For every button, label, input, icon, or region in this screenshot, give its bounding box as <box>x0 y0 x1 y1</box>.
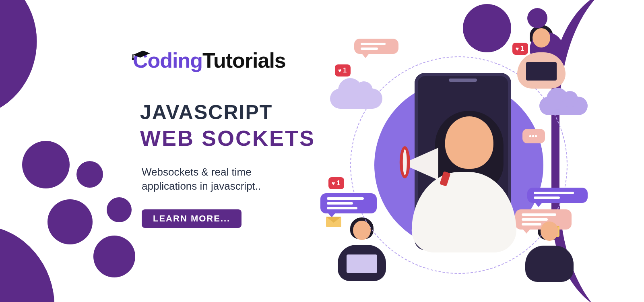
decor-dot <box>107 197 132 222</box>
person-laptop-icon <box>511 24 572 89</box>
like-badge-icon: 1 <box>328 177 344 189</box>
chat-bubble-icon <box>527 188 588 203</box>
learn-more-button[interactable]: LEARN MORE... <box>142 209 242 228</box>
graduation-cap-icon <box>130 41 152 52</box>
cloud-icon <box>330 89 382 109</box>
svg-marker-0 <box>133 51 150 58</box>
megaphone-icon <box>402 144 446 180</box>
decor-dot <box>47 199 93 244</box>
decor-dot <box>93 236 135 277</box>
ellipsis-icon: ••• <box>529 133 539 139</box>
person-laptop-icon <box>332 217 392 281</box>
like-count: 1 <box>343 67 347 74</box>
person-megaphone-icon <box>400 108 528 252</box>
cloud-icon <box>539 97 588 115</box>
decor-dot <box>76 161 103 188</box>
logo-text-part2: Tutorials <box>202 48 286 72</box>
chat-bubble-icon <box>320 193 377 213</box>
corner-blob-top-left <box>0 0 48 127</box>
heading-line1: JAVASCRIPT <box>140 101 326 124</box>
svg-point-2 <box>132 58 134 60</box>
chat-bubble-icon <box>354 39 398 54</box>
like-count: 1 <box>336 180 340 187</box>
brand-logo: CodingTutorials <box>133 48 326 72</box>
decor-dot <box>22 141 70 188</box>
decor-dot <box>463 4 511 52</box>
hero-illustration: 1 1 1 1 ••• <box>342 48 576 274</box>
person-phone-icon <box>519 217 580 282</box>
subtitle: Websockets & real time applications in j… <box>142 165 303 193</box>
like-badge-icon: 1 <box>335 64 351 77</box>
heading-line2: WEB SOCKETS <box>140 126 326 151</box>
